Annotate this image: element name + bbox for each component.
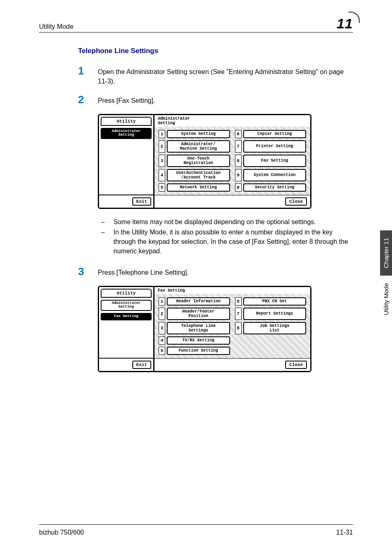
lcd-screenshot-1: Utility Administrator Setting Exit Admin… [98, 114, 311, 209]
item-num: 4 [159, 169, 165, 181]
step-text: Press [Fax Setting]. [98, 94, 155, 105]
footer-model: bizhub 750/600 [39, 529, 84, 536]
page-footer: bizhub 750/600 11-31 [39, 524, 353, 536]
step-text: Press [Telephone Line Setting]. [98, 266, 189, 277]
system-connection-button[interactable]: System Connection [243, 169, 307, 181]
section-title: Telephone Line Settings [78, 47, 353, 55]
step-number: 3 [78, 266, 98, 277]
item-num: 1 [159, 130, 165, 138]
item-num: 0 [235, 183, 242, 192]
corner-decoration [348, 12, 360, 23]
lcd-tab-utility[interactable]: Utility [101, 289, 152, 298]
note-text: In the Utility Mode, it is also possible… [113, 227, 353, 256]
item-num: 6 [235, 130, 242, 138]
function-setting-button[interactable]: Function Setting [167, 347, 230, 355]
close-button[interactable]: Close [285, 197, 307, 206]
side-tab: Chapter 11 Utility Mode [380, 230, 392, 323]
step-number: 2 [78, 94, 98, 105]
fax-setting-button[interactable]: Fax Setting [243, 155, 307, 167]
footer-page: 11-31 [336, 529, 353, 536]
system-setting-button[interactable]: System Setting [167, 130, 230, 138]
item-num: 5 [159, 347, 165, 355]
step-2: 2 Press [Fax Setting]. [78, 94, 353, 105]
item-num: 3 [159, 322, 165, 334]
note-text: Some items may not be displayed dependin… [113, 217, 316, 227]
header-footer-button[interactable]: Header/Footer Position [167, 308, 230, 320]
item-num: 2 [159, 140, 165, 153]
notes-list: – Some items may not be displayed depend… [98, 217, 353, 256]
job-settings-button[interactable]: Job Settings List [243, 322, 307, 334]
lcd-tab-utility[interactable]: Utility [101, 117, 152, 126]
header-info-button[interactable]: Header Information [167, 297, 230, 306]
exit-button[interactable]: Exit [132, 197, 151, 206]
item-num: 7 [235, 140, 242, 153]
lcd-tab-admin[interactable]: Administrator Setting [101, 128, 152, 139]
txrx-setting-button[interactable]: TX/RX Setting [167, 336, 230, 345]
item-num: 5 [159, 183, 165, 192]
bullet-dash: – [98, 227, 113, 256]
step-1: 1 Open the Administrator Setting screen … [78, 65, 353, 86]
onetouch-button[interactable]: One-Touch Registration [167, 155, 230, 167]
step-text: Open the Administrator Setting screen (S… [98, 65, 353, 86]
security-setting-button[interactable]: Security Setting [243, 183, 307, 192]
item-num: 2 [159, 308, 165, 320]
lcd-tab-fax[interactable]: Fax Setting [101, 313, 152, 320]
bullet-dash: – [98, 217, 113, 227]
item-num: 8 [235, 322, 242, 334]
item-num: 4 [159, 336, 165, 345]
report-settings-button[interactable]: Report Settings [243, 308, 307, 320]
lcd-tab-admin[interactable]: Administrator Setting [101, 300, 152, 311]
header-section: Utility Mode [39, 23, 74, 30]
lcd-screenshot-2: Utility Administrator Setting Fax Settin… [98, 286, 311, 372]
item-num: 6 [235, 297, 242, 306]
item-num: 3 [159, 155, 165, 167]
network-setting-button[interactable]: Network Setting [167, 183, 230, 192]
printer-setting-button[interactable]: Printer Setting [243, 140, 307, 153]
close-button[interactable]: Close [285, 361, 307, 369]
copier-setting-button[interactable]: Copier Setting [243, 130, 307, 138]
side-tab-chapter: Chapter 11 [380, 230, 392, 276]
step-3: 3 Press [Telephone Line Setting]. [78, 266, 353, 277]
step-number: 1 [78, 65, 98, 86]
userauth-button[interactable]: UserAuthentication /Account Track [167, 169, 230, 181]
side-tab-mode: Utility Mode [380, 276, 392, 322]
item-num: 9 [235, 169, 242, 181]
lcd-breadcrumb: Fax Setting [154, 287, 310, 294]
item-num: 7 [235, 308, 242, 320]
page-header: Utility Mode 11 [39, 16, 353, 32]
pbx-cn-button[interactable]: PBX CN Set [243, 297, 307, 306]
item-num: 8 [235, 155, 242, 167]
item-num: 1 [159, 297, 165, 306]
lcd-breadcrumb: Administrator Setting [154, 115, 310, 127]
exit-button[interactable]: Exit [132, 361, 151, 369]
admin-machine-button[interactable]: Administrator/ Machine Setting [167, 140, 230, 153]
telephone-line-button[interactable]: Telephone Line Settings [167, 322, 230, 334]
